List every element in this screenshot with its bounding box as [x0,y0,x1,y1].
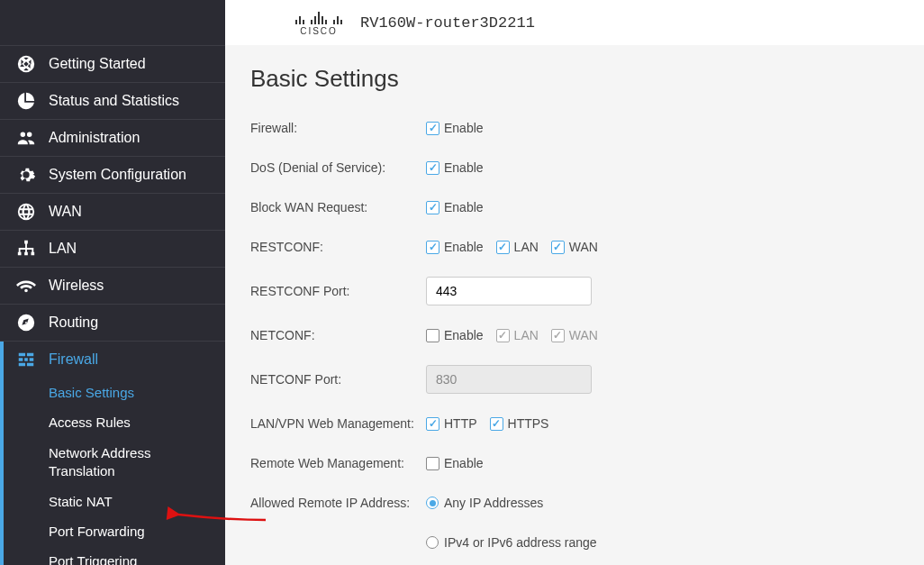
checkbox-netconf-enable[interactable]: Enable [426,328,484,342]
brand-text: CISCO [300,26,338,36]
cisco-logo: CISCO [295,10,342,36]
radio-ip-range[interactable]: IPv4 or IPv6 address range [426,535,597,550]
sidebar-label: Getting Started [49,56,146,72]
checkbox-remote-enable[interactable]: Enable [426,456,484,470]
sidebar-spacer [0,0,225,45]
sidebar-item-lan[interactable]: LAN [0,230,225,267]
checkbox-dos-enable[interactable]: Enable [426,160,484,175]
pie-icon [16,91,36,111]
check-icon [496,241,510,254]
sidebar-item-system-config[interactable]: System Configuration [0,156,225,193]
sub-item-access-rules[interactable]: Access Rules [0,407,225,437]
checkbox-restconf-lan[interactable]: LAN [496,240,539,254]
label-lanvpn: LAN/VPN Web Management: [250,416,426,431]
row-block-wan: Block WAN Request: Enable [250,197,924,217]
cisco-bars-icon [295,10,342,24]
topbar: CISCO RV160W-router3D2211 [225,0,924,45]
checkbox-netconf-lan: LAN [496,328,539,342]
main-content: CISCO RV160W-router3D2211 Basic Settings… [225,0,924,565]
checkbox-lanvpn-http[interactable]: HTTP [426,416,477,431]
checkbox-blockwan-enable[interactable]: Enable [426,200,484,214]
sidebar-label: System Configuration [49,167,186,183]
sidebar-item-wireless[interactable]: Wireless [0,267,225,304]
row-remote: Remote Web Management: Enable [250,453,924,473]
firewall-submenu: Basic Settings Access Rules Network Addr… [0,378,225,565]
sub-item-port-forwarding[interactable]: Port Forwarding [0,516,225,546]
sidebar-label: Administration [49,130,140,146]
device-name: RV160W-router3D2211 [360,14,535,32]
row-allowed-ip: Allowed Remote IP Address: Any IP Addres… [250,493,924,513]
check-icon [551,329,565,342]
row-restconf: RESTCONF: Enable LAN WAN [250,237,924,257]
checkbox-restconf-enable[interactable]: Enable [426,240,484,254]
check-icon [426,161,439,175]
label-restconf-port: RESTCONF Port: [250,284,426,298]
sidebar: Getting Started Status and Statistics Ad… [0,0,225,565]
sidebar-item-getting-started[interactable]: Getting Started [0,45,225,82]
label-netconf-port: NETCONF Port: [250,372,426,387]
sidebar-label: Routing [49,314,98,331]
radio-icon [426,497,439,509]
check-icon [426,241,439,254]
sidebar-label: Firewall [49,351,98,368]
check-icon [426,122,439,135]
sidebar-label: LAN [49,241,77,257]
radio-icon [426,536,439,549]
gear-icon [16,165,36,185]
label-blockwan: Block WAN Request: [250,200,426,214]
users-icon [16,128,36,148]
row-dos: DoS (Denial of Service): Enable [250,158,924,178]
sub-item-nat[interactable]: Network Address Translation [0,437,225,487]
checkbox-restconf-wan[interactable]: WAN [551,240,598,254]
input-netconf-port [426,365,592,394]
input-restconf-port[interactable] [426,277,592,305]
radio-any-ip[interactable]: Any IP Addresses [426,496,543,510]
sidebar-item-status[interactable]: Status and Statistics [0,82,225,119]
check-icon [551,241,565,254]
firewall-icon [16,350,36,369]
row-netconf: NETCONF: Enable LAN WAN [250,325,924,345]
sidebar-label: Wireless [49,278,104,294]
sidebar-item-wan[interactable]: WAN [0,193,225,230]
check-icon [426,329,439,342]
row-restconf-port: RESTCONF Port: [250,277,924,305]
sidebar-item-routing[interactable]: Routing [0,304,225,341]
world-icon [16,202,36,222]
label-firewall: Firewall: [250,121,426,135]
routing-icon [16,313,36,333]
label-restconf: RESTCONF: [250,240,426,254]
row-ip-range: IPv4 or IPv6 address range [250,533,924,552]
label-dos: DoS (Denial of Service): [250,160,426,175]
form-area: Firewall: Enable DoS (Denial of Service)… [225,113,924,552]
check-icon [496,329,510,342]
label-allowed-ip: Allowed Remote IP Address: [250,496,426,510]
check-icon [426,457,439,470]
globe-icon [16,54,36,74]
network-icon [16,239,36,259]
label-netconf: NETCONF: [250,328,426,342]
sidebar-item-firewall[interactable]: Firewall [0,341,225,378]
label-remote: Remote Web Management: [250,456,426,470]
sidebar-item-administration[interactable]: Administration [0,119,225,156]
sidebar-label: WAN [49,204,82,220]
sub-item-port-triggering[interactable]: Port Triggering [0,546,225,565]
page-title: Basic Settings [250,65,924,93]
sub-item-basic-settings[interactable]: Basic Settings [0,378,225,407]
check-icon [490,417,503,431]
checkbox-firewall-enable[interactable]: Enable [426,121,484,135]
row-lanvpn: LAN/VPN Web Management: HTTP HTTPS [250,414,924,433]
check-icon [426,201,439,214]
sidebar-label: Status and Statistics [49,93,179,109]
wifi-icon [16,276,36,296]
row-firewall: Firewall: Enable [250,118,924,138]
page-title-bar: Basic Settings [225,45,924,113]
checkbox-lanvpn-https[interactable]: HTTPS [490,416,549,431]
row-netconf-port: NETCONF Port: [250,365,924,394]
checkbox-netconf-wan: WAN [551,328,598,342]
check-icon [426,417,439,431]
sub-item-static-nat[interactable]: Static NAT [0,487,225,516]
